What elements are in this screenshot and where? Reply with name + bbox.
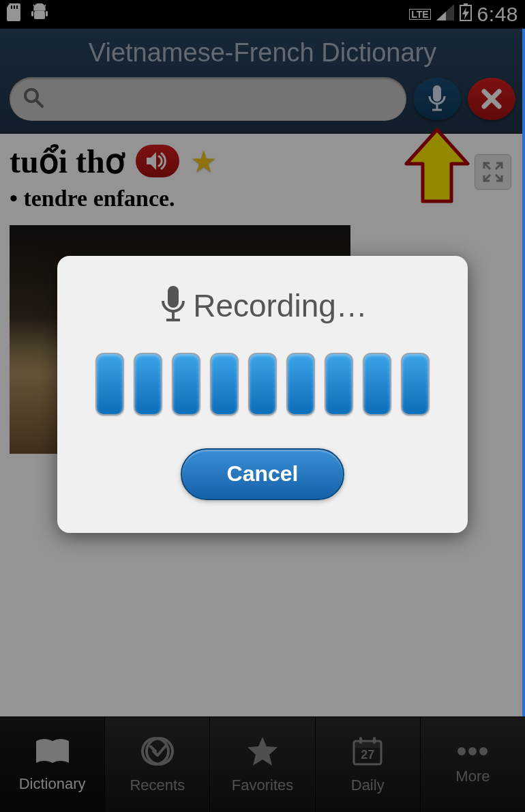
level-bar xyxy=(210,353,239,416)
recording-level-bars xyxy=(78,353,447,416)
level-bar xyxy=(95,353,124,416)
level-bar xyxy=(248,353,277,416)
cancel-button[interactable]: Cancel xyxy=(181,448,344,500)
right-edge-highlight xyxy=(522,29,525,716)
level-bar xyxy=(325,353,353,416)
recording-dialog: Recording… Cancel xyxy=(57,256,468,533)
level-bar xyxy=(172,353,200,416)
level-bar xyxy=(134,353,162,416)
modal-overlay[interactable]: Recording… Cancel xyxy=(0,0,525,812)
svg-rect-29 xyxy=(168,286,179,308)
level-bar xyxy=(363,353,391,416)
level-bar xyxy=(401,353,430,416)
mic-icon xyxy=(158,283,189,328)
level-bar xyxy=(286,353,315,416)
dialog-title: Recording… xyxy=(193,287,368,324)
